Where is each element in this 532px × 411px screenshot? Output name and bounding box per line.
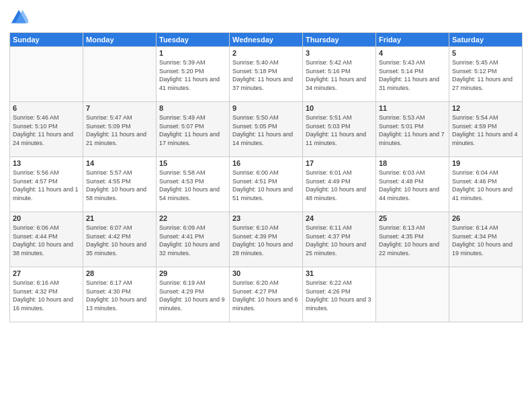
daylight-label: Daylight: 10 hours and 13 minutes. [86, 296, 146, 312]
sunset-value: 4:48 PM [401, 178, 424, 185]
weekday-header-cell: Saturday [449, 33, 523, 47]
day-number: 8 [159, 104, 226, 112]
sunrise-label: Sunrise: [159, 169, 183, 176]
calendar-day-cell: 7 Sunrise: 5:47 AM Sunset: 5:09 PM Dayli… [83, 102, 157, 157]
sunrise-label: Sunrise: [159, 59, 183, 66]
logo [9, 8, 31, 27]
sunset-label: Sunset: [86, 178, 108, 185]
sunrise-value: 6:17 AM [110, 279, 132, 286]
sunset-value: 5:09 PM [108, 123, 131, 130]
sunrise-label: Sunrise: [159, 114, 183, 121]
day-number: 22 [159, 214, 226, 222]
calendar-day-cell: 14 Sunrise: 5:57 AM Sunset: 4:55 PM Dayl… [83, 157, 157, 212]
sunrise-value: 5:54 AM [476, 114, 498, 121]
daylight-label: Daylight: 11 hours and 1 minute. [13, 186, 79, 201]
sunrise-label: Sunrise: [232, 279, 257, 286]
daylight-label: Daylight: 11 hours and 14 minutes. [232, 131, 293, 146]
day-info: Sunrise: 6:17 AM Sunset: 4:30 PM Dayligh… [86, 279, 153, 312]
day-number: 7 [86, 104, 153, 112]
sunrise-value: 5:57 AM [110, 169, 132, 176]
day-info: Sunrise: 5:46 AM Sunset: 5:10 PM Dayligh… [13, 113, 80, 147]
sunset-label: Sunset: [86, 123, 108, 130]
calendar-day-cell: 10 Sunrise: 5:51 AM Sunset: 5:03 PM Dayl… [303, 102, 376, 157]
calendar-day-cell [376, 267, 449, 322]
sunrise-value: 6:14 AM [476, 224, 498, 231]
day-number: 31 [306, 269, 373, 277]
day-info: Sunrise: 6:01 AM Sunset: 4:49 PM Dayligh… [306, 169, 373, 202]
calendar-day-cell: 18 Sunrise: 6:03 AM Sunset: 4:48 PM Dayl… [376, 157, 449, 212]
daylight-label: Daylight: 10 hours and 28 minutes. [232, 241, 293, 257]
daylight-label: Daylight: 10 hours and 48 minutes. [306, 186, 366, 201]
daylight-label: Daylight: 10 hours and 32 minutes. [159, 241, 220, 257]
sunset-value: 5:05 PM [255, 123, 277, 130]
day-number: 30 [232, 269, 300, 277]
daylight-label: Daylight: 11 hours and 24 minutes. [13, 131, 73, 146]
sunrise-label: Sunrise: [86, 224, 110, 231]
daylight-label: Daylight: 11 hours and 34 minutes. [306, 76, 366, 91]
sunset-label: Sunset: [452, 233, 474, 240]
sunset-value: 4:34 PM [474, 233, 497, 240]
day-number: 18 [379, 159, 446, 167]
sunset-value: 5:01 PM [401, 123, 424, 130]
sunset-value: 4:53 PM [181, 178, 204, 185]
calendar-day-cell: 24 Sunrise: 6:11 AM Sunset: 4:37 PM Dayl… [303, 212, 376, 267]
daylight-label: Daylight: 10 hours and 44 minutes. [379, 186, 439, 201]
sunrise-value: 5:53 AM [403, 114, 425, 121]
sunset-label: Sunset: [379, 68, 401, 75]
sunrise-label: Sunrise: [452, 59, 476, 66]
day-number: 9 [232, 104, 300, 112]
calendar-week-row: 13 Sunrise: 5:56 AM Sunset: 4:57 PM Dayl… [10, 157, 523, 212]
day-info: Sunrise: 5:49 AM Sunset: 5:07 PM Dayligh… [159, 113, 226, 147]
daylight-label: Daylight: 10 hours and 35 minutes. [86, 241, 146, 257]
daylight-label: Daylight: 10 hours and 16 minutes. [13, 296, 73, 312]
sunset-label: Sunset: [159, 68, 181, 75]
sunset-value: 4:51 PM [255, 178, 277, 185]
weekday-header-cell: Monday [83, 33, 157, 47]
calendar-day-cell: 15 Sunrise: 5:58 AM Sunset: 4:53 PM Dayl… [157, 157, 230, 212]
day-number: 12 [452, 104, 519, 112]
daylight-label: Daylight: 11 hours and 31 minutes. [379, 76, 439, 91]
daylight-label: Daylight: 10 hours and 41 minutes. [452, 186, 513, 201]
sunrise-value: 6:09 AM [183, 224, 206, 231]
sunset-label: Sunset: [13, 288, 35, 295]
sunset-value: 4:35 PM [401, 233, 424, 240]
day-number: 15 [159, 159, 226, 167]
calendar-day-cell: 26 Sunrise: 6:14 AM Sunset: 4:34 PM Dayl… [449, 212, 523, 267]
sunset-value: 4:39 PM [255, 233, 277, 240]
calendar-table: SundayMondayTuesdayWednesdayThursdayFrid… [9, 32, 523, 322]
sunrise-value: 6:01 AM [330, 169, 352, 176]
day-info: Sunrise: 6:14 AM Sunset: 4:34 PM Dayligh… [452, 224, 519, 257]
sunset-label: Sunset: [452, 68, 474, 75]
weekday-header-cell: Tuesday [157, 33, 230, 47]
day-number: 14 [86, 159, 153, 167]
day-info: Sunrise: 5:54 AM Sunset: 4:59 PM Dayligh… [452, 113, 519, 147]
calendar-day-cell: 21 Sunrise: 6:07 AM Sunset: 4:42 PM Dayl… [83, 212, 157, 267]
sunrise-label: Sunrise: [306, 114, 330, 121]
weekday-header-cell: Wednesday [230, 33, 303, 47]
calendar-day-cell: 28 Sunrise: 6:17 AM Sunset: 4:30 PM Dayl… [83, 267, 157, 322]
sunrise-label: Sunrise: [452, 224, 476, 231]
daylight-label: Daylight: 11 hours and 21 minutes. [86, 131, 146, 146]
sunset-value: 4:59 PM [474, 123, 497, 130]
sunrise-value: 6:13 AM [403, 224, 425, 231]
calendar-day-cell: 23 Sunrise: 6:10 AM Sunset: 4:39 PM Dayl… [230, 212, 303, 267]
sunrise-value: 6:22 AM [330, 279, 352, 286]
sunrise-label: Sunrise: [306, 59, 330, 66]
weekday-header-row: SundayMondayTuesdayWednesdayThursdayFrid… [10, 33, 523, 47]
sunset-label: Sunset: [306, 233, 328, 240]
daylight-label: Daylight: 11 hours and 7 minutes. [379, 131, 445, 146]
daylight-label: Daylight: 10 hours and 51 minutes. [232, 186, 293, 201]
sunrise-value: 5:45 AM [476, 59, 498, 66]
calendar-day-cell: 17 Sunrise: 6:01 AM Sunset: 4:49 PM Dayl… [303, 157, 376, 212]
daylight-label: Daylight: 10 hours and 9 minutes. [159, 296, 225, 312]
day-info: Sunrise: 5:53 AM Sunset: 5:01 PM Dayligh… [379, 113, 446, 147]
day-info: Sunrise: 5:45 AM Sunset: 5:12 PM Dayligh… [452, 58, 519, 92]
day-number: 10 [306, 104, 373, 112]
calendar-day-cell: 11 Sunrise: 5:53 AM Sunset: 5:01 PM Dayl… [376, 102, 449, 157]
sunset-value: 4:26 PM [328, 288, 351, 295]
sunset-value: 4:41 PM [181, 233, 204, 240]
sunset-label: Sunset: [159, 123, 181, 130]
calendar-day-cell [83, 47, 157, 102]
sunrise-value: 5:43 AM [403, 59, 425, 66]
daylight-label: Daylight: 10 hours and 38 minutes. [13, 241, 73, 257]
